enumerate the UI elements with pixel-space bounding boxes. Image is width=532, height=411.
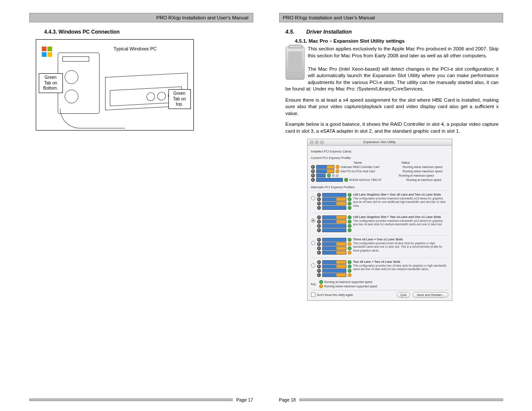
windows-logo-icon <box>41 46 53 60</box>
page-17: PRO RXqp Installation and User's Manual … <box>29 13 253 411</box>
window-titlebar: Expansion Slot Utility <box>308 139 452 146</box>
radio-icon[interactable] <box>311 196 315 200</box>
alternate-label: Alternate PCI Express Profiles: <box>311 185 448 189</box>
page-content: 4.4.3. Windows PC Connection Typical Win… <box>29 22 253 393</box>
page-header: PRO RXqp Installation and User's Manual <box>279 13 503 22</box>
radio-icon[interactable] <box>311 241 315 245</box>
pc-tower-illustration <box>58 53 100 114</box>
profile-option[interactable]: 4 3 2 1 x16 Lane Graphics Slot + Two x4 … <box>311 213 448 233</box>
profile-option[interactable]: 4 3 2 1 x16 Lane Graphics Slot + One x8 … <box>311 190 448 210</box>
window-title: Expansion Slot Utility <box>363 140 395 144</box>
page-content: 4.5. Driver Installation 4.5.1. Mac Pro … <box>279 22 503 393</box>
col-name: Name <box>354 161 401 164</box>
page-number: Page 17 <box>236 397 253 402</box>
paragraph: This section applies exclusively to the … <box>286 46 499 93</box>
page-number: Page 18 <box>279 397 296 402</box>
dont-show-checkbox[interactable]: Don't show this utility again <box>311 293 353 297</box>
section-name: Driver Installation <box>306 29 352 35</box>
header-text: PRO RXqp Installation and User's Manual <box>156 15 249 20</box>
radio-icon[interactable] <box>311 263 315 268</box>
traffic-lights-icon <box>310 140 324 144</box>
save-restart-button[interactable]: Save and Restart... <box>413 292 448 298</box>
page-footer: Page 18 <box>279 393 503 411</box>
callout-green-tab-top: Green Tab on top. <box>168 89 191 109</box>
section-title: 4.4.3. Windows PC Connection <box>44 29 249 35</box>
figure-windows-connection: Typical Windows PC Green Tab on Bottom. … <box>36 39 194 131</box>
document-spread: PRO RXqp Installation and User's Manual … <box>0 0 532 411</box>
section-number: 4.5. <box>286 29 305 35</box>
figure-caption: Typical Windows PC <box>114 46 157 51</box>
quit-button[interactable]: Quit <box>397 292 411 298</box>
radio-icon[interactable] <box>311 218 315 223</box>
column-headers: Name Status <box>311 161 448 164</box>
expansion-slot-utility-screenshot: Expansion Slot Utility Installed PCI Exp… <box>307 139 452 301</box>
current-profile-label: Current PCI Express Profile: <box>311 156 448 160</box>
current-profile-rows: 4Unknown RAID Controller CardRunning bel… <box>311 165 448 182</box>
paragraph: Example below is a good balance, it show… <box>286 121 499 134</box>
header-text: PRO RXqp Installation and User's Manual <box>283 15 375 20</box>
checkbox-icon[interactable] <box>311 293 315 297</box>
paragraph: Ensure there is at least a x4 speed assi… <box>286 97 499 117</box>
page-footer: Page 17 <box>29 393 253 411</box>
callout-green-tab-bottom: Green Tab on Bottom. <box>39 73 63 93</box>
page-18: PRO RXqp Installation and User's Manual … <box>279 13 503 411</box>
profile-option[interactable]: 4 3 2 1 Three x8 Lane + One x1 Lane Slot… <box>311 235 448 255</box>
col-status: Status <box>401 161 448 164</box>
page-header: PRO RXqp Installation and User's Manual <box>29 13 253 22</box>
section-heading: 4.5. Driver Installation <box>286 29 499 35</box>
cable-illustration <box>60 109 125 128</box>
installed-label: Installed PCI Express Cards: <box>311 149 448 153</box>
profile-option[interactable]: 4 3 2 1 Two x8 Lane + Two x4 Lane SlotsT… <box>311 258 448 277</box>
dialog-footer: Don't show this utility again Quit Save … <box>311 290 448 297</box>
subsection-heading: 4.5.1. Mac Pro – Expansion Slot Utility … <box>295 38 499 44</box>
legend: Key: Running at maximum supported speed … <box>311 280 448 288</box>
mac-pro-icon <box>286 47 305 80</box>
